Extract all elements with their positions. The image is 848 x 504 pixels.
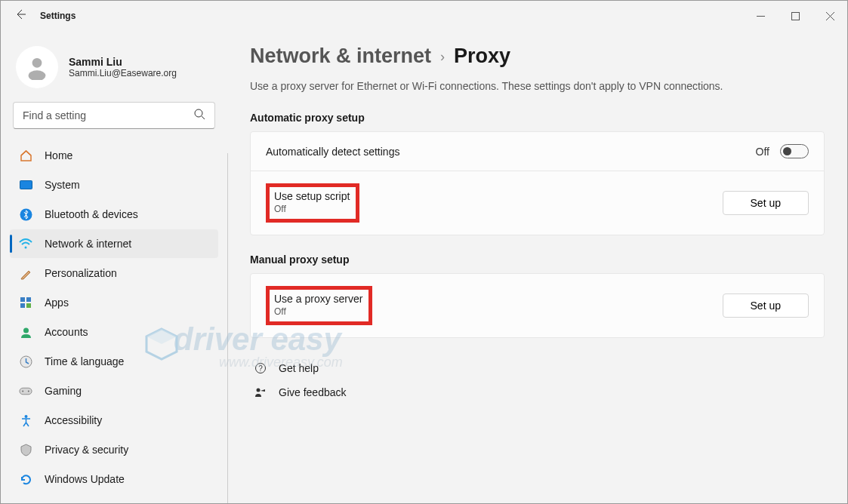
close-button[interactable] [813,1,847,31]
auto-detect-label: Automatically detect settings [266,146,399,158]
svg-point-4 [32,58,42,68]
accessibility-icon [19,413,32,427]
breadcrumb-parent[interactable]: Network & internet [250,45,431,68]
network-icon [19,237,32,250]
manual-section-card: Use a proxy server Off Set up [250,273,825,338]
minimize-button[interactable] [743,1,778,31]
svg-point-10 [25,247,27,249]
personalization-icon [19,266,32,280]
nav-list: Home System Bluetooth & devices Network … [10,141,218,493]
get-help-link[interactable]: ? Get help [250,356,825,380]
chevron-right-icon: › [440,49,445,65]
feedback-label: Give feedback [279,386,347,398]
svg-point-5 [29,70,46,80]
svg-rect-13 [20,303,25,308]
bluetooth-icon [19,207,32,221]
breadcrumb: Network & internet › Proxy [250,45,825,68]
auto-detect-row: Automatically detect settings Off [251,132,824,171]
avatar [16,46,58,88]
svg-point-15 [23,327,29,333]
auto-detect-state: Off [756,146,769,158]
sidebar-item-network[interactable]: Network & internet [10,229,218,258]
manual-section-title: Manual proxy setup [250,254,825,266]
proxy-server-label: Use a proxy server [274,293,362,305]
page-description: Use a proxy server for Ethernet or Wi-Fi… [250,80,825,92]
sidebar-item-label: System [45,179,80,191]
sidebar-item-label: Accessibility [45,414,102,426]
svg-rect-11 [20,297,25,302]
search-icon [194,109,205,122]
setup-script-button[interactable]: Set up [723,191,809,215]
page-title: Proxy [454,45,510,68]
help-links: ? Get help Give feedback [250,356,825,404]
svg-rect-8 [20,180,32,189]
main-panel: Network & internet › Proxy Use a proxy s… [227,31,847,503]
svg-rect-17 [20,388,32,395]
sidebar-item-label: Apps [45,297,69,309]
sidebar-item-system[interactable]: System [10,171,218,199]
sidebar-item-update[interactable]: Windows Update [10,465,218,493]
back-arrow-icon[interactable] [14,8,26,23]
sidebar-item-personalization[interactable]: Personalization [10,259,218,287]
sidebar-item-label: Privacy & security [45,444,128,456]
sidebar-item-time[interactable]: Time & language [10,347,218,376]
maximize-button[interactable] [778,1,813,31]
highlight-box: Use a proxy server Off [266,286,372,325]
app-title: Settings [40,11,76,21]
time-icon [19,355,32,368]
svg-point-18 [22,390,23,392]
svg-rect-14 [26,303,31,308]
sidebar-item-label: Windows Update [45,473,125,485]
sidebar-item-home[interactable]: Home [10,141,218,170]
svg-point-23 [257,389,261,392]
svg-text:?: ? [258,364,263,373]
feedback-icon [253,386,268,398]
sidebar-item-apps[interactable]: Apps [10,288,218,317]
proxy-setup-button[interactable]: Set up [723,293,809,318]
titlebar: Settings [1,1,847,31]
sidebar-item-label: Accounts [45,326,88,338]
accounts-icon [19,325,32,339]
search-input-wrapper[interactable] [13,102,215,129]
highlight-box: Use setup script Off [266,183,359,223]
svg-point-19 [28,390,29,392]
search-input[interactable] [23,109,194,121]
svg-point-20 [24,415,27,418]
gaming-icon [19,384,32,398]
sidebar-item-label: Time & language [45,355,124,367]
sidebar-item-label: Network & internet [45,238,131,250]
setup-script-label: Use setup script [274,190,350,202]
profile-block[interactable]: Sammi Liu Sammi.Liu@Easeware.org [10,38,218,102]
sidebar-item-label: Personalization [45,267,117,279]
sidebar-item-label: Gaming [45,385,82,397]
sidebar-item-bluetooth[interactable]: Bluetooth & devices [10,200,218,229]
window-controls [743,1,847,31]
sidebar: Sammi Liu Sammi.Liu@Easeware.org Home Sy… [1,31,227,503]
auto-detect-toggle[interactable] [780,144,809,158]
sidebar-item-label: Home [45,149,72,161]
setup-script-row: Use setup script Off Set up [251,171,824,235]
privacy-icon [19,443,32,456]
sidebar-item-accounts[interactable]: Accounts [10,318,218,346]
proxy-server-state: Off [274,306,362,317]
update-icon [19,472,32,486]
profile-name: Sammi Liu [69,56,177,68]
setup-script-state: Off [274,204,350,214]
auto-section-title: Automatic proxy setup [250,112,825,124]
give-feedback-link[interactable]: Give feedback [250,380,825,404]
system-icon [19,178,32,192]
proxy-server-row: Use a proxy server Off Set up [251,274,824,337]
home-icon [19,149,32,162]
sidebar-item-privacy[interactable]: Privacy & security [10,435,218,464]
svg-rect-12 [26,297,31,302]
svg-rect-1 [791,12,799,20]
get-help-label: Get help [279,362,319,374]
sidebar-item-gaming[interactable]: Gaming [10,376,218,405]
apps-icon [19,296,32,309]
auto-section-card: Automatically detect settings Off Use se… [250,131,825,235]
help-icon: ? [253,362,268,374]
svg-line-7 [202,116,205,119]
sidebar-item-label: Bluetooth & devices [45,208,138,220]
svg-point-6 [195,109,202,117]
sidebar-item-accessibility[interactable]: Accessibility [10,406,218,435]
